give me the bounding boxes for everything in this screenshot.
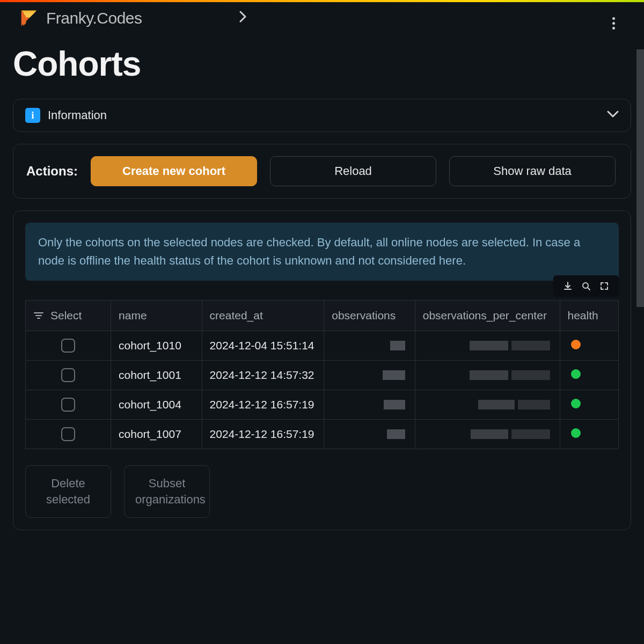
table-toolbar [553, 275, 619, 297]
svg-line-7 [588, 288, 590, 290]
table-note: Only the cohorts on the selected nodes a… [25, 223, 619, 281]
information-accordion[interactable]: i Information [13, 99, 631, 132]
cell-health [560, 331, 619, 361]
cell-name: cohort_1004 [111, 390, 202, 420]
cohorts-table: Select name created_at observations obse… [25, 300, 619, 449]
cell-health [560, 420, 619, 449]
delete-selected-button[interactable]: Delete selected [25, 465, 111, 517]
cell-observations [324, 390, 415, 420]
col-name[interactable]: name [111, 301, 202, 331]
cell-observations-per-center [415, 420, 560, 449]
health-dot-icon [571, 340, 581, 349]
cohorts-table-panel: Only the cohorts on the selected nodes a… [13, 210, 631, 530]
logo-icon [19, 9, 39, 28]
fullscreen-icon[interactable] [595, 279, 613, 294]
cell-created-at: 2024-12-12 16:57:19 [202, 420, 324, 449]
cell-created-at: 2024-12-04 15:51:14 [202, 331, 324, 361]
actions-panel: Actions: Create new cohort Reload Show r… [13, 144, 631, 199]
cell-observations [324, 331, 415, 361]
page-title: Cohorts [13, 44, 631, 84]
cell-name: cohort_1001 [111, 361, 202, 390]
health-dot-icon [571, 399, 581, 408]
cell-observations-per-center [415, 361, 560, 390]
subset-organizations-button[interactable]: Subset organizations [124, 465, 210, 517]
chevron-down-icon[interactable] [607, 111, 619, 120]
actions-label: Actions: [26, 164, 78, 179]
table-row: cohort_1004 2024-12-12 16:57:19 [26, 390, 619, 420]
reload-button[interactable]: Reload [270, 156, 436, 186]
row-checkbox[interactable] [61, 368, 75, 382]
cell-health [560, 361, 619, 390]
col-select[interactable]: Select [50, 309, 82, 322]
information-label: Information [48, 108, 107, 122]
table-row: cohort_1007 2024-12-12 16:57:19 [26, 420, 619, 449]
health-dot-icon [571, 369, 581, 379]
brand-block[interactable]: Franky.Codes [19, 9, 142, 28]
cell-created-at: 2024-12-12 16:57:19 [202, 390, 324, 420]
cell-observations [324, 361, 415, 390]
table-row: cohort_1010 2024-12-04 15:51:14 [26, 331, 619, 361]
table-footer-actions: Delete selected Subset organizations [25, 465, 619, 517]
col-observations[interactable]: observations [324, 301, 415, 331]
table-header-row: Select name created_at observations obse… [26, 301, 619, 331]
kebab-menu-icon[interactable] [609, 14, 618, 33]
cell-name: cohort_1007 [111, 420, 202, 449]
create-cohort-button[interactable]: Create new cohort [91, 156, 257, 186]
health-dot-icon [571, 428, 581, 438]
col-created-at[interactable]: created_at [202, 301, 324, 331]
search-icon[interactable] [577, 279, 595, 294]
cell-created-at: 2024-12-12 14:57:32 [202, 361, 324, 390]
download-icon[interactable] [559, 279, 577, 294]
brand-text: Franky.Codes [46, 9, 142, 27]
cell-health [560, 390, 619, 420]
col-health[interactable]: health [560, 301, 619, 331]
table-row: cohort_1001 2024-12-12 14:57:32 [26, 361, 619, 390]
row-checkbox[interactable] [61, 339, 75, 353]
col-observations-per-center[interactable]: observations_per_center [415, 301, 560, 331]
cell-observations [324, 420, 415, 449]
cell-name: cohort_1010 [111, 331, 202, 361]
cell-observations-per-center [415, 331, 560, 361]
cell-observations-per-center [415, 390, 560, 420]
chevron-right-icon[interactable] [239, 11, 247, 26]
info-icon: i [25, 108, 40, 123]
row-checkbox[interactable] [61, 427, 75, 441]
show-raw-data-button[interactable]: Show raw data [449, 156, 616, 186]
scrollbar-thumb[interactable] [636, 49, 644, 307]
row-checkbox[interactable] [61, 398, 75, 412]
filter-icon[interactable] [33, 311, 44, 320]
app-header: Franky.Codes [0, 2, 644, 34]
